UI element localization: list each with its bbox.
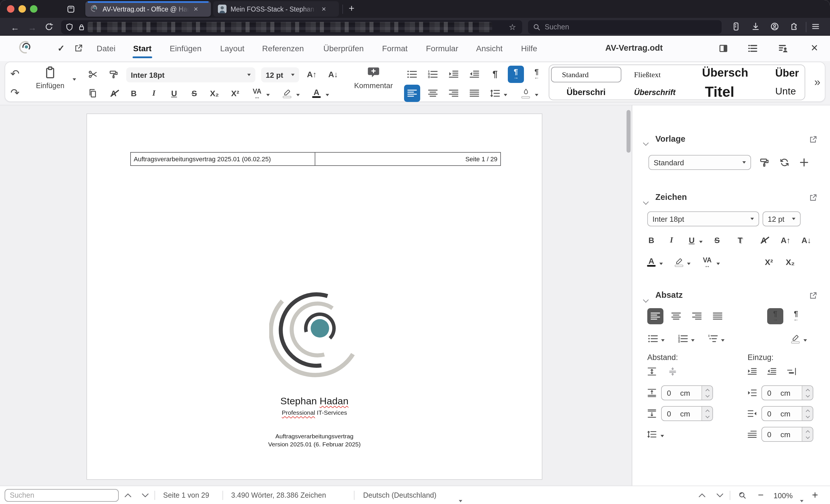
indent-before-field[interactable]: 0cm <box>761 385 813 400</box>
style-ueberschrift3[interactable]: Überschri <box>567 88 606 97</box>
strikethrough-icon[interactable]: S <box>192 89 197 98</box>
extensions-icon[interactable] <box>789 21 799 32</box>
sidebar-grow-font-icon[interactable]: A↑ <box>781 236 791 245</box>
sidebar-decrease-indent-icon[interactable] <box>767 367 777 376</box>
back-button[interactable]: ← <box>9 21 21 33</box>
sidebar-numbered-list-icon[interactable] <box>678 334 688 343</box>
sidebar-align-right-button[interactable] <box>689 308 705 324</box>
increase-spacing-icon[interactable] <box>647 367 657 376</box>
indent-after-text-icon[interactable] <box>747 409 757 418</box>
ltr-direction-button[interactable]: ¶→ <box>508 66 524 83</box>
new-style-plus-icon[interactable] <box>799 157 809 168</box>
sidebar-font-color-caret[interactable] <box>660 263 663 265</box>
style-fliesstext[interactable]: Fließtext <box>634 70 661 79</box>
hanging-indent-icon[interactable] <box>787 367 796 376</box>
decrease-spacing-icon[interactable] <box>668 367 677 376</box>
refresh-style-icon[interactable] <box>779 157 790 168</box>
stepper[interactable] <box>802 427 813 441</box>
toolbar-overflow-icon[interactable]: » <box>814 76 820 89</box>
sidebar-rtl-button[interactable]: ¶← <box>788 308 804 324</box>
shield-icon[interactable] <box>65 23 74 32</box>
sidebar-font-size-select[interactable]: 12 pt <box>763 211 801 226</box>
style-ueberschrift1[interactable]: Übersch <box>702 66 748 79</box>
menu-datei[interactable]: Datei <box>97 44 115 53</box>
numbered-list-icon[interactable] <box>428 70 438 79</box>
zeichen-section-title[interactable]: Zeichen <box>656 192 687 202</box>
search-next-icon[interactable] <box>141 493 149 498</box>
stepper[interactable] <box>802 386 813 400</box>
decrease-indent-icon[interactable] <box>469 70 480 79</box>
grow-font-icon[interactable]: A↑ <box>307 70 317 79</box>
align-justify-button[interactable] <box>469 89 480 98</box>
user-list-icon[interactable] <box>777 43 789 54</box>
line-spacing-icon[interactable] <box>490 89 500 98</box>
downloads-icon[interactable] <box>751 21 761 32</box>
close-document-icon[interactable]: × <box>808 41 821 55</box>
sidebar-char-spacing-icon[interactable]: VA↔ <box>703 257 711 267</box>
save-check-icon[interactable]: ✓ <box>55 43 67 54</box>
menu-format[interactable]: Format <box>382 44 408 53</box>
zoom-level-caret[interactable] <box>800 494 803 504</box>
search-input[interactable] <box>545 23 660 31</box>
sidebar-ltr-button[interactable]: ¶→ <box>767 308 783 324</box>
cut-icon[interactable] <box>88 69 98 79</box>
stepper[interactable] <box>701 386 712 400</box>
paste-button[interactable]: Einfügen <box>35 66 65 90</box>
menu-hilfe[interactable]: Hilfe <box>521 44 537 53</box>
font-name-combobox[interactable]: Inter 18pt <box>126 67 255 82</box>
update-style-roller-icon[interactable] <box>759 157 769 168</box>
zeichen-collapse-chevron-icon[interactable] <box>644 196 648 206</box>
tab-foss-stack[interactable]: Mein FOSS-Stack - Stephan Ha × <box>213 1 339 17</box>
space-above-field[interactable]: 0cm <box>661 385 713 400</box>
sidebar-align-left-button[interactable] <box>647 308 663 324</box>
sidebar-italic-icon[interactable]: I <box>670 236 673 245</box>
new-tab-button[interactable]: + <box>346 3 357 14</box>
copy-icon[interactable] <box>88 89 98 98</box>
highlight-color-caret[interactable] <box>296 94 300 96</box>
document-scrollbar[interactable] <box>627 110 631 153</box>
sidebar-bold-icon[interactable]: B <box>648 236 654 245</box>
sidebar-underline-icon[interactable]: U <box>689 236 695 245</box>
zeichen-external-icon[interactable] <box>807 192 818 203</box>
menu-einfuegen[interactable]: Einfügen <box>170 44 202 53</box>
zoom-level-value[interactable]: 100% <box>773 491 793 500</box>
sidebar-clear-formatting-icon[interactable]: A <box>761 236 767 245</box>
forward-button[interactable]: → <box>27 21 38 33</box>
reload-button[interactable] <box>44 22 54 32</box>
char-spacing-caret[interactable] <box>266 94 270 96</box>
menu-referenzen[interactable]: Referenzen <box>262 44 304 53</box>
comment-button[interactable]: Kommentar <box>353 66 394 89</box>
line-spacing-caret[interactable] <box>504 94 507 96</box>
tab-close-icon[interactable]: × <box>194 5 198 13</box>
space-below-paragraph-icon[interactable] <box>647 409 657 418</box>
sidebar-highlight-icon[interactable] <box>675 257 683 267</box>
page-count-status[interactable]: Seite 1 von 29 <box>163 491 209 499</box>
sidebar-superscript-icon[interactable]: X² <box>765 258 773 267</box>
sidebar-font-color-icon[interactable]: A <box>647 258 656 267</box>
space-above-paragraph-icon[interactable] <box>647 388 657 397</box>
style-ueberschrift4[interactable]: Überschrift <box>634 88 675 97</box>
style-untertitel[interactable]: Unte <box>775 86 796 97</box>
sidebar-strikethrough-icon[interactable]: S <box>714 236 720 245</box>
style-ueberschrift2[interactable]: Über <box>775 67 799 79</box>
highlight-color-icon[interactable] <box>283 89 291 98</box>
clear-formatting-icon[interactable]: A <box>111 89 117 98</box>
style-titel[interactable]: Titel <box>705 83 734 100</box>
absatz-external-icon[interactable] <box>807 290 818 301</box>
traffic-close-button[interactable] <box>7 5 14 13</box>
sidebar-underline-caret[interactable] <box>699 241 703 243</box>
language-status[interactable]: Deutsch (Deutschland) <box>363 491 436 499</box>
sidebar-bullet-list-caret[interactable] <box>661 339 665 342</box>
undo-icon[interactable]: ↶ <box>10 67 20 80</box>
sidebar-shrink-font-icon[interactable]: A↓ <box>801 236 811 245</box>
align-left-button[interactable] <box>404 85 420 102</box>
sidebar-numbered-list-caret[interactable] <box>691 339 695 342</box>
font-color-icon[interactable]: A <box>312 89 321 98</box>
open-external-icon[interactable] <box>73 43 84 54</box>
redo-icon[interactable]: ↷ <box>10 86 20 99</box>
indent-before-text-icon[interactable] <box>747 388 757 397</box>
paragraph-bg-color-caret[interactable] <box>535 94 538 96</box>
sidebar-subscript-icon[interactable]: X₂ <box>786 258 795 267</box>
first-line-indent-field[interactable]: 0cm <box>761 427 813 442</box>
sidebar-paragraph-bg-icon[interactable] <box>791 334 800 344</box>
